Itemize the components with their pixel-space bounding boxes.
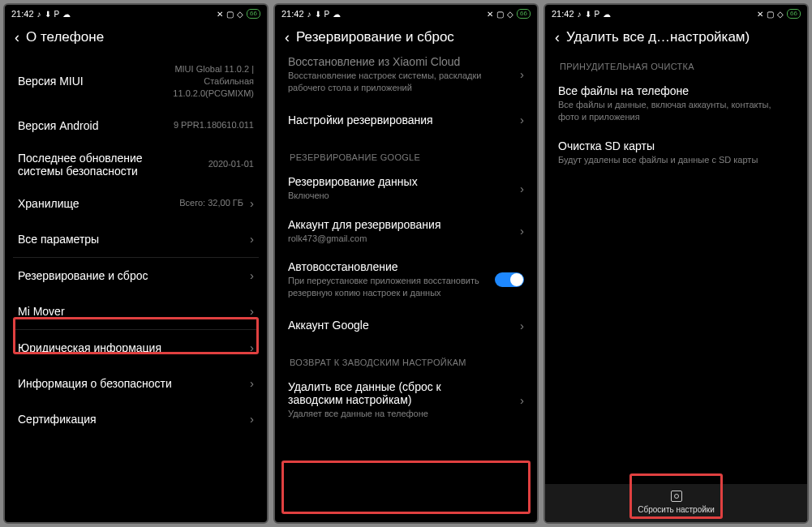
row-backup-settings[interactable]: Настройки резервирования › — [283, 102, 529, 138]
app-icon: P — [595, 10, 600, 19]
allfiles-title: Все файлы на телефоне — [558, 84, 794, 97]
miui-value-1: MIUI Global 11.0.2 | — [173, 63, 254, 75]
allparams-label: Все параметры — [18, 233, 243, 246]
row-security-update[interactable]: Последнее обновление системы безопасност… — [13, 144, 259, 186]
row-all-files[interactable]: Все файлы на телефоне Все файлы и данные… — [553, 76, 799, 131]
row-erase-all-data[interactable]: Удалить все данные (сброс к заводским на… — [283, 372, 529, 428]
cloud-icon: ☁ — [62, 10, 71, 19]
cloud-icon: ☁ — [603, 10, 611, 19]
download-icon: ⬇ — [585, 10, 591, 19]
back-icon[interactable]: ‹ — [15, 30, 19, 45]
mimover-label: Mi Mover — [18, 305, 243, 318]
row-safety[interactable]: Информация о безопасности › — [13, 366, 259, 401]
row-google-backup[interactable]: Резервирование данных Включено › — [283, 167, 529, 210]
chevron-right-icon: › — [520, 68, 524, 80]
xiaomi-title: Восстановление из Xiaomi Cloud — [288, 55, 513, 68]
tiktok-icon: ♪ — [578, 10, 582, 19]
page-title: О телефоне — [26, 29, 104, 45]
row-backup-account[interactable]: Аккаунт для резервирования rolk473@gmail… — [283, 210, 529, 253]
row-android-version[interactable]: Версия Android 9 PPR1.180610.011 — [13, 108, 259, 144]
reset-button[interactable]: Сбросить настройки — [545, 484, 807, 522]
dnd-icon: ✕ — [487, 10, 493, 19]
page-title: Удалить все д…настройкам) — [566, 29, 750, 45]
auto-restore-toggle[interactable] — [495, 272, 524, 287]
status-time: 21:42 — [281, 9, 304, 19]
security-label-1: Последнее обновление — [18, 152, 202, 165]
app-icon: P — [324, 10, 330, 19]
chevron-right-icon: › — [250, 197, 254, 209]
status-bar: 21:42 ♪ ⬇ P ☁ ✕ ▢ ◇ 66 — [5, 5, 267, 23]
row-mi-mover[interactable]: Mi Mover › — [13, 293, 259, 329]
reset-label: Сбросить настройки — [638, 505, 715, 514]
phone-screen-1: 21:42 ♪ ⬇ P ☁ ✕ ▢ ◇ 66 ‹ О телефоне Верс… — [3, 3, 269, 524]
section-factory-reset: ВОЗВРАТ К ЗАВОДСКИМ НАСТРОЙКАМ — [283, 343, 529, 372]
cert-label: Сертификация — [18, 413, 243, 426]
dnd-icon: ✕ — [757, 10, 763, 19]
auto-title: Автовосстановление — [288, 260, 488, 273]
wifi-icon: ◇ — [777, 10, 784, 19]
app-header: ‹ О телефоне — [5, 23, 267, 55]
section-force-clear: ПРИНУДИТЕЛЬНАЯ ОЧИСТКА — [553, 55, 799, 76]
chevron-right-icon: › — [250, 413, 254, 425]
chevron-right-icon: › — [250, 377, 254, 389]
android-label: Версия Android — [18, 119, 167, 132]
status-bar: 21:42 ♪ ⬇ P ☁ ✕ ▢ ◇ 66 — [275, 5, 537, 23]
storage-value: Всего: 32,00 ГБ — [179, 197, 243, 209]
volte-icon: ▢ — [767, 10, 774, 19]
download-icon: ⬇ — [315, 10, 321, 19]
tiktok-icon: ♪ — [37, 10, 41, 19]
app-header: ‹ Резервирование и сброс — [275, 23, 537, 55]
cloud-icon: ☁ — [333, 10, 341, 19]
volte-icon: ▢ — [226, 10, 234, 19]
back-icon[interactable]: ‹ — [285, 30, 290, 45]
battery-icon: 66 — [787, 9, 801, 19]
phone-screen-2: 21:42 ♪ ⬇ P ☁ ✕ ▢ ◇ 66 ‹ Резервирование … — [273, 3, 539, 524]
gaccount-title: Аккаунт для резервирования — [288, 218, 513, 231]
app-icon: P — [54, 10, 60, 19]
row-all-params[interactable]: Все параметры › — [13, 221, 259, 257]
row-miui-version[interactable]: Версия MIUI MIUI Global 11.0.2 | Стабиль… — [13, 55, 259, 108]
chevron-right-icon: › — [250, 341, 254, 353]
security-label-2: системы безопасности — [18, 165, 202, 178]
row-certification[interactable]: Сертификация › — [13, 401, 259, 437]
gbackup-sub: Включено — [288, 190, 513, 202]
chevron-right-icon: › — [520, 182, 524, 195]
sd-title: Очистка SD карты — [558, 139, 794, 152]
miui-label: Версия MIUI — [18, 75, 166, 88]
gbackup-title: Резервирование данных — [288, 175, 513, 188]
battery-icon: 66 — [517, 9, 531, 19]
chevron-right-icon: › — [250, 269, 254, 281]
reset-icon — [671, 491, 682, 502]
dnd-icon: ✕ — [217, 10, 223, 19]
miui-value-2: Стабильная — [173, 75, 254, 88]
miui-value-3: 11.0.2.0(PCGMIXM) — [173, 88, 254, 100]
android-value: 9 PPR1.180610.011 — [174, 119, 254, 131]
download-icon: ⬇ — [45, 10, 51, 19]
row-google-account[interactable]: Аккаунт Google › — [283, 307, 529, 343]
row-clear-sd[interactable]: Очистка SD карты Будут удалены все файлы… — [553, 131, 799, 174]
xiaomi-sub: Восстановление настроек системы, расклад… — [288, 70, 513, 94]
tiktok-icon: ♪ — [307, 10, 311, 19]
gaccount-sub: rolk473@gmail.com — [288, 233, 513, 245]
auto-sub: При переустановке приложения восстановит… — [288, 275, 488, 299]
row-storage[interactable]: Хранилище Всего: 32,00 ГБ › — [13, 186, 259, 221]
erase-title-1: Удалить все данные (сброс к — [288, 380, 513, 393]
row-auto-restore[interactable]: Автовосстановление При переустановке при… — [283, 252, 529, 307]
row-backup-reset[interactable]: Резервирование и сброс › — [13, 258, 259, 293]
security-value: 2020-01-01 — [208, 158, 254, 170]
erase-title-2: заводским настройкам) — [288, 393, 513, 406]
wifi-icon: ◇ — [507, 10, 513, 19]
page-title: Резервирование и сброс — [296, 29, 454, 45]
back-icon[interactable]: ‹ — [555, 30, 560, 45]
backup-settings-title: Настройки резервирования — [288, 114, 513, 126]
row-restore-xiaomi-cloud[interactable]: Восстановление из Xiaomi Cloud Восстанов… — [283, 55, 529, 102]
legal-label: Юридическая информация — [18, 341, 243, 354]
chevron-right-icon: › — [520, 319, 524, 332]
row-legal[interactable]: Юридическая информация › — [13, 330, 259, 366]
phone-screen-3: 21:42 ♪ ⬇ P ☁ ✕ ▢ ◇ 66 ‹ Удалить все д…н… — [543, 3, 809, 524]
google-title: Аккаунт Google — [288, 319, 513, 332]
status-bar: 21:42 ♪ ⬇ P ☁ ✕ ▢ ◇ 66 — [545, 5, 807, 23]
sd-sub: Будут удалены все файлы и данные с SD ка… — [558, 154, 794, 166]
chevron-right-icon: › — [250, 305, 254, 317]
wifi-icon: ◇ — [237, 10, 243, 19]
